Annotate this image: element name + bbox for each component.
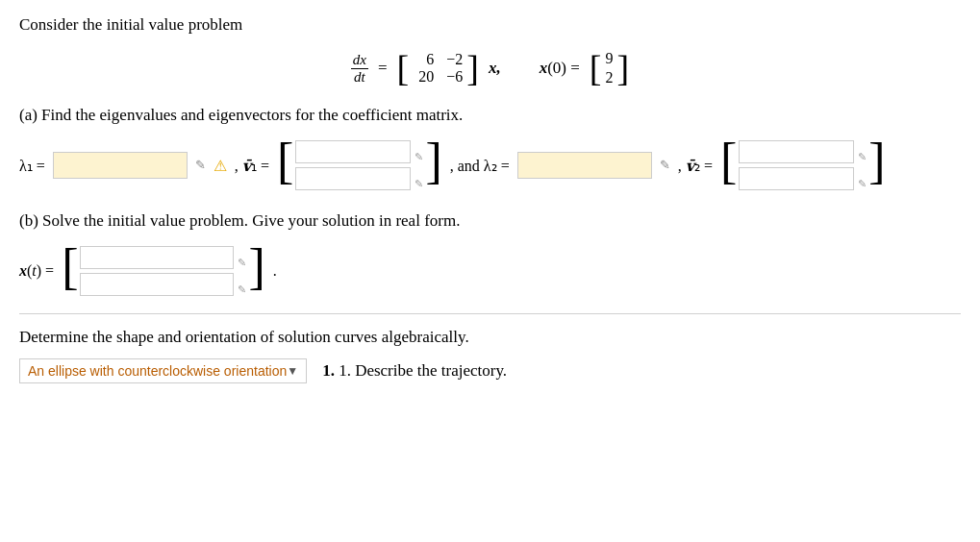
v2-bottom-pencil-icon[interactable]: ✎ xyxy=(858,178,867,190)
v1-top-input[interactable] xyxy=(295,140,411,163)
x-variable: x, xyxy=(489,59,501,78)
xt-bracket-right: ] xyxy=(248,242,264,300)
page-title: Consider the initial value problem xyxy=(19,15,961,35)
xt-bracket-left: [ xyxy=(62,242,78,300)
xt-vector: [ ✎ ✎ ] xyxy=(62,242,265,300)
v1-bracket-right: ] xyxy=(425,136,441,194)
v2-top-pencil-icon[interactable]: ✎ xyxy=(858,151,867,163)
xt-inputs: ✎ ✎ xyxy=(78,242,248,300)
describe-label: 1. 1. Describe the trajectory. xyxy=(322,361,507,381)
v1-bottom-pencil-icon[interactable]: ✎ xyxy=(415,178,423,190)
v1-bottom-input[interactable] xyxy=(295,167,411,190)
v1-vector: [ ✎ ✎ ] xyxy=(277,136,442,194)
v2-bottom-input[interactable] xyxy=(739,167,854,190)
determine-label: Determine the shape and orientation of s… xyxy=(19,328,961,347)
part-a-label: (a) Find the eigenvalues and eigenvector… xyxy=(19,106,961,125)
solution-row: x(t) = [ ✎ ✎ ] . xyxy=(19,242,961,300)
v2-top-input[interactable] xyxy=(739,140,854,163)
matrix-cell-22: −6 xyxy=(441,68,463,86)
fraction-numerator: dx xyxy=(351,52,368,69)
v2-bracket-right: ] xyxy=(868,136,885,194)
eigenvalues-row: λ₁ = ✎ ⚠ , v̄₁ = [ ✎ ✎ ] , and λ₂ = ✎ , … xyxy=(19,136,961,194)
coefficient-matrix: [ 6 −2 20 −6 ] xyxy=(397,49,479,87)
x0-label: x(0) = xyxy=(540,59,580,78)
v1-label: , v̄₁ = xyxy=(235,157,269,175)
init-vec-1: 9 xyxy=(606,50,614,67)
v2-label: , v̄₂ = xyxy=(678,157,713,175)
period: . xyxy=(273,262,277,280)
init-vector-values: 9 2 xyxy=(602,48,617,88)
v1-top-pencil-icon[interactable]: ✎ xyxy=(415,151,423,163)
part-b-label: (b) Solve the initial value problem. Giv… xyxy=(19,211,961,231)
xt-bottom-pencil-icon[interactable]: ✎ xyxy=(238,283,246,296)
lambda2-input[interactable] xyxy=(517,152,652,179)
trajectory-dropdown[interactable]: An ellipse with counterclockwise orienta… xyxy=(19,358,307,383)
equals-sign: = xyxy=(378,59,388,78)
matrix-cell-12: −2 xyxy=(441,51,463,68)
xt-top-pencil-icon[interactable]: ✎ xyxy=(238,257,246,269)
matrix-cell-11: 6 xyxy=(413,51,434,68)
lambda1-input[interactable] xyxy=(53,152,188,179)
xt-label: x(t) = xyxy=(19,262,54,280)
and-lambda2-label: , and λ₂ = xyxy=(450,157,510,175)
main-equation: dx dt = [ 6 −2 20 −6 ] x, x(0) = [ 9 2 ] xyxy=(19,48,961,88)
dropdown-section: An ellipse with counterclockwise orienta… xyxy=(19,358,961,383)
v1-inputs: ✎ ✎ xyxy=(293,136,425,194)
xt-top-input[interactable] xyxy=(80,246,234,269)
section-divider xyxy=(19,313,961,314)
dropdown-selected-text: An ellipse with counterclockwise orienta… xyxy=(28,363,287,379)
v1-bracket-left: [ xyxy=(277,136,293,194)
v2-vector: [ ✎ ✎ ] xyxy=(720,136,886,194)
lambda1-pencil-icon[interactable]: ✎ xyxy=(195,158,206,173)
matrix-bracket-left: [ xyxy=(397,50,410,86)
fraction-dx-dt: dx dt xyxy=(351,52,368,86)
fraction-denominator: dt xyxy=(352,69,367,86)
init-bracket-right: ] xyxy=(617,50,630,86)
initial-vector: [ 9 2 ] xyxy=(590,48,629,88)
init-vec-2: 2 xyxy=(606,69,614,86)
v2-bracket-left: [ xyxy=(720,136,737,194)
lambda1-label: λ₁ = xyxy=(19,157,45,175)
lambda2-pencil-icon[interactable]: ✎ xyxy=(660,158,670,173)
dropdown-arrow-icon: ▼ xyxy=(287,364,298,378)
warning-icon: ⚠ xyxy=(214,157,227,175)
v2-inputs: ✎ ✎ xyxy=(737,136,868,194)
matrix-values: 6 −2 20 −6 xyxy=(409,49,466,87)
xt-bottom-input[interactable] xyxy=(80,273,234,296)
matrix-cell-21: 20 xyxy=(413,68,434,86)
matrix-bracket-right: ] xyxy=(466,50,479,86)
init-bracket-left: [ xyxy=(590,50,602,86)
